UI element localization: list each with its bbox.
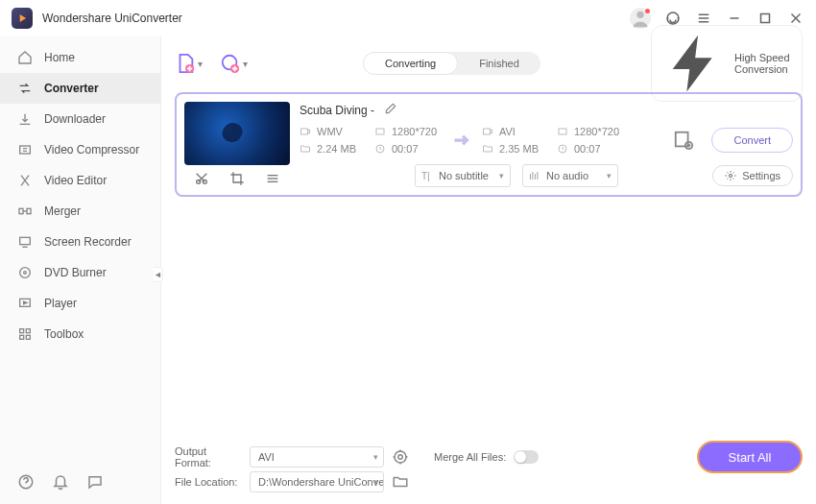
output-format-select[interactable]: AVI ▾ — [250, 446, 384, 468]
svg-point-15 — [20, 268, 31, 278]
feedback-icon[interactable] — [86, 473, 104, 491]
video-icon — [482, 126, 493, 137]
resolution-icon — [374, 126, 386, 137]
video-thumbnail[interactable] — [184, 102, 290, 165]
merge-label: Merge All Files: — [434, 451, 506, 463]
svg-rect-11 — [27, 208, 31, 213]
sidebar-item-label: Toolbox — [44, 327, 84, 341]
sidebar-item-label: DVD Burner — [44, 266, 107, 279]
sidebar-item-label: Video Editor — [44, 174, 107, 187]
svg-rect-21 — [26, 335, 30, 339]
tab-converting[interactable]: Converting — [363, 52, 458, 75]
high-speed-button[interactable]: High Speed Conversion — [651, 25, 803, 102]
sidebar-item-label: Video Compressor — [44, 143, 139, 156]
svg-rect-10 — [19, 208, 23, 213]
folder-icon — [482, 143, 493, 155]
clock-icon — [374, 143, 386, 155]
sidebar-item-label: Screen Recorder — [44, 235, 132, 249]
merger-icon — [17, 204, 33, 219]
file-location-label: File Location: — [175, 476, 242, 488]
svg-rect-9 — [20, 146, 31, 154]
sidebar-item-label: Downloader — [44, 112, 106, 126]
file-title: Scuba Diving - — [300, 104, 374, 117]
subtitle-icon: T| — [421, 171, 430, 181]
svg-point-41 — [398, 455, 403, 460]
svg-rect-19 — [26, 329, 30, 333]
svg-rect-35 — [559, 129, 566, 134]
sidebar-item-downloader[interactable]: Downloader — [0, 104, 160, 134]
svg-rect-34 — [484, 129, 491, 134]
svg-rect-18 — [20, 329, 24, 333]
target-icon[interactable] — [392, 448, 409, 466]
svg-rect-32 — [376, 129, 384, 134]
file-settings-button[interactable]: Settings — [712, 165, 793, 186]
tab-finished[interactable]: Finished — [458, 52, 540, 75]
output-format-label: Output Format: — [175, 445, 242, 468]
sidebar-item-player[interactable]: Player — [0, 288, 160, 319]
svg-rect-6 — [761, 14, 770, 23]
start-all-button[interactable]: Start All — [697, 441, 803, 473]
edit-title-icon[interactable] — [384, 102, 397, 118]
high-speed-label: High Speed Conversion — [734, 52, 792, 75]
collapse-sidebar-button[interactable]: ◄ — [154, 267, 163, 282]
subtitle-select[interactable]: T| No subtitle ▾ — [415, 164, 511, 187]
trim-icon[interactable] — [194, 171, 209, 186]
app-title: Wondershare UniConverter — [42, 12, 630, 25]
sidebar-item-toolbox[interactable]: Toolbox — [0, 319, 160, 349]
svg-point-39 — [730, 175, 732, 178]
sidebar-item-merger[interactable]: Merger — [0, 196, 160, 227]
output-config-icon[interactable] — [673, 130, 694, 151]
help-icon[interactable] — [17, 473, 35, 491]
crop-icon[interactable] — [229, 171, 245, 186]
dvd-icon — [17, 265, 33, 280]
toolbox-icon — [17, 326, 33, 342]
svg-rect-31 — [301, 129, 308, 134]
home-icon — [17, 50, 33, 65]
toolbar: ▾ ▾ Converting Finished High Speed Conve… — [175, 44, 803, 83]
clock-icon — [557, 143, 568, 155]
svg-point-40 — [395, 451, 406, 463]
download-icon — [17, 111, 33, 127]
sidebar-item-label: Home — [44, 51, 75, 64]
effects-icon[interactable] — [265, 171, 280, 186]
sidebar: Home Converter Downloader Video Compress… — [0, 36, 161, 504]
add-file-button[interactable]: ▾ — [175, 53, 203, 74]
svg-rect-13 — [20, 237, 31, 244]
svg-point-16 — [24, 272, 27, 275]
sidebar-item-label: Converter — [44, 82, 99, 95]
compressor-icon — [17, 142, 33, 157]
sidebar-item-screenrec[interactable]: Screen Recorder — [0, 227, 160, 257]
arrow-icon — [449, 128, 474, 153]
svg-point-0 — [636, 12, 643, 18]
app-logo — [12, 8, 33, 29]
chevron-down-icon: ▾ — [499, 171, 504, 180]
bell-icon[interactable] — [52, 473, 69, 491]
file-card: Scuba Diving - WMV 2.24 MB 1280*720 00:0… — [175, 92, 803, 197]
sidebar-item-editor[interactable]: Video Editor — [0, 165, 160, 196]
converter-icon — [17, 81, 33, 96]
merge-toggle[interactable] — [514, 450, 539, 464]
video-icon — [300, 126, 311, 137]
sidebar-item-compressor[interactable]: Video Compressor — [0, 134, 160, 165]
chevron-down-icon: ▾ — [373, 477, 378, 487]
svg-rect-20 — [20, 335, 24, 339]
audio-select[interactable]: ılıl No audio ▾ — [522, 164, 618, 187]
sidebar-item-converter[interactable]: Converter — [0, 73, 160, 104]
audio-icon: ılıl — [529, 171, 539, 181]
player-icon — [17, 296, 33, 311]
chevron-down-icon: ▾ — [607, 171, 612, 180]
add-url-button[interactable]: ▾ — [220, 53, 248, 74]
folder-icon — [300, 143, 311, 155]
sidebar-item-dvd[interactable]: DVD Burner — [0, 257, 160, 288]
screenrec-icon — [17, 234, 33, 250]
chevron-down-icon: ▾ — [373, 452, 378, 462]
account-icon[interactable] — [630, 8, 651, 29]
resolution-icon — [557, 126, 568, 137]
sidebar-item-label: Player — [44, 297, 77, 310]
editor-icon — [17, 173, 33, 188]
sidebar-item-label: Merger — [44, 204, 81, 218]
convert-button[interactable]: Convert — [711, 128, 793, 153]
file-location-select[interactable]: D:\Wondershare UniConverter ▾ — [250, 471, 384, 492]
open-folder-icon[interactable] — [392, 473, 409, 491]
sidebar-item-home[interactable]: Home — [0, 42, 160, 73]
